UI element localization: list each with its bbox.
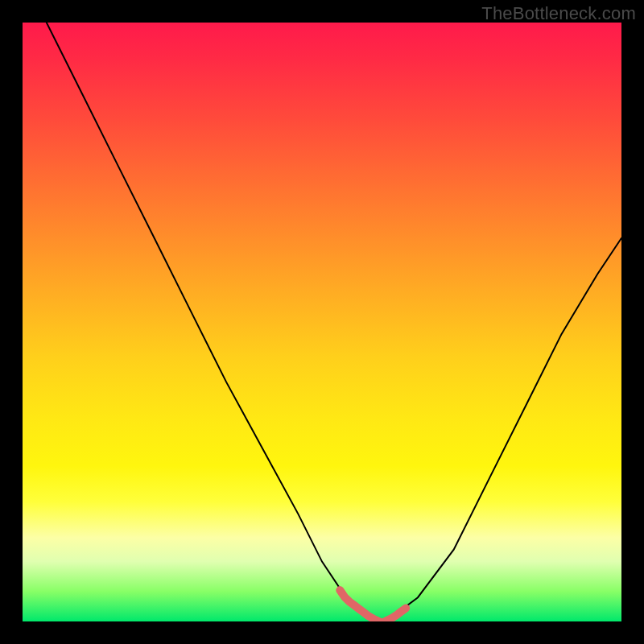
bottleneck-curve [47, 23, 621, 621]
bottleneck-curve-layer [23, 23, 621, 621]
chart-frame: TheBottleneck.com [0, 0, 644, 644]
optimal-band-marker [340, 590, 406, 621]
plot-area [23, 23, 621, 621]
watermark-text: TheBottleneck.com [481, 3, 636, 24]
